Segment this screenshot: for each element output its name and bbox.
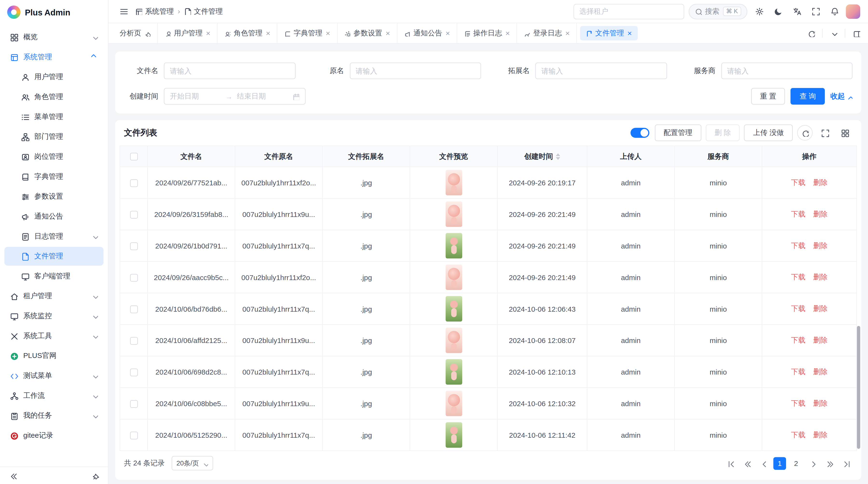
sort-icons[interactable] bbox=[556, 153, 560, 160]
reset-button[interactable]: 重 置 bbox=[751, 88, 785, 105]
tab-close-icon[interactable]: × bbox=[505, 29, 510, 37]
sidebar-item-log[interactable]: 日志管理 bbox=[4, 227, 103, 246]
query-button[interactable]: 查 询 bbox=[790, 88, 825, 105]
tab-close-icon[interactable]: × bbox=[266, 29, 270, 37]
tab-close-icon[interactable]: × bbox=[445, 29, 450, 37]
file-preview-image[interactable] bbox=[445, 422, 462, 448]
language-button[interactable] bbox=[789, 4, 804, 19]
notifications-button[interactable] bbox=[827, 4, 841, 19]
upload-button[interactable]: 上传 没做 bbox=[744, 125, 793, 141]
filename-input[interactable] bbox=[164, 62, 296, 79]
row-checkbox[interactable] bbox=[130, 242, 137, 250]
sidebar-item-role[interactable]: 角色管理 bbox=[4, 88, 103, 106]
tab-user[interactable]: 用户管理× bbox=[158, 23, 217, 43]
sidebar-pin-button[interactable] bbox=[88, 468, 102, 483]
next-fast-button[interactable] bbox=[823, 456, 836, 470]
table-fullscreen-button[interactable] bbox=[817, 125, 833, 140]
delete-link[interactable]: 删除 bbox=[813, 241, 828, 250]
tab-close-icon[interactable]: × bbox=[206, 29, 211, 37]
vertical-scrollbar[interactable] bbox=[857, 326, 860, 449]
origname-input[interactable] bbox=[350, 62, 481, 79]
collapse-filters-link[interactable]: 收起 bbox=[830, 91, 852, 101]
extension-input[interactable] bbox=[535, 62, 667, 79]
file-preview-image[interactable] bbox=[445, 170, 462, 195]
tab-menu-button[interactable] bbox=[827, 26, 841, 40]
col-header-createtime[interactable]: 创建时间 bbox=[497, 146, 587, 167]
sidebar-item-system[interactable]: 系统管理 bbox=[4, 47, 103, 66]
tab-close-icon[interactable]: × bbox=[385, 29, 390, 37]
delete-button[interactable]: 删 除 bbox=[706, 125, 740, 141]
first-page-button[interactable] bbox=[723, 456, 737, 470]
sidebar-item-plus-site[interactable]: PLUS官网 bbox=[4, 346, 103, 365]
delete-link[interactable]: 删除 bbox=[813, 399, 828, 407]
file-preview-image[interactable] bbox=[445, 328, 462, 353]
toggle-panel-button[interactable] bbox=[849, 26, 864, 40]
prev-page-button[interactable] bbox=[756, 456, 770, 470]
row-checkbox[interactable] bbox=[130, 179, 137, 187]
sidebar-collapse-button[interactable] bbox=[5, 468, 20, 483]
delete-link[interactable]: 删除 bbox=[813, 178, 828, 186]
delete-link[interactable]: 删除 bbox=[813, 210, 828, 218]
download-link[interactable]: 下载 bbox=[791, 336, 806, 344]
download-link[interactable]: 下载 bbox=[791, 241, 806, 250]
sidebar-item-menu[interactable]: 菜单管理 bbox=[4, 107, 103, 126]
row-checkbox[interactable] bbox=[130, 368, 137, 376]
tab-close-icon[interactable]: × bbox=[627, 29, 632, 37]
page-number-1[interactable]: 1 bbox=[773, 457, 786, 470]
file-preview-image[interactable] bbox=[445, 359, 462, 385]
tab-file[interactable]: 文件管理× bbox=[580, 26, 638, 40]
download-link[interactable]: 下载 bbox=[791, 430, 806, 439]
next-page-button[interactable] bbox=[806, 456, 819, 470]
tab-param[interactable]: 参数设置× bbox=[337, 23, 397, 43]
sidebar-item-overview[interactable]: 概览 bbox=[4, 28, 103, 46]
sidebar-item-monitor[interactable]: 系统监控 bbox=[4, 306, 103, 325]
sidebar-item-tasks[interactable]: 我的任务 bbox=[4, 406, 103, 425]
breadcrumb-item-system[interactable]: 系统管理 bbox=[135, 6, 174, 16]
file-preview-image[interactable] bbox=[445, 233, 462, 259]
sidebar-item-gitee[interactable]: gitee记录 bbox=[4, 426, 103, 445]
tenant-select[interactable]: 选择租户 bbox=[574, 4, 684, 19]
tab-login-log[interactable]: 登录日志× bbox=[517, 23, 577, 43]
row-checkbox[interactable] bbox=[130, 337, 137, 345]
sidebar-item-file[interactable]: 文件管理 bbox=[4, 247, 103, 266]
download-link[interactable]: 下载 bbox=[791, 178, 806, 186]
delete-link[interactable]: 删除 bbox=[813, 304, 828, 313]
sidebar-item-tenant[interactable]: 租户管理 bbox=[4, 287, 103, 305]
sidebar-item-workflow[interactable]: 工作流 bbox=[4, 386, 103, 405]
sidebar-item-notice[interactable]: 通知公告 bbox=[4, 207, 103, 226]
row-checkbox[interactable] bbox=[130, 211, 137, 218]
file-preview-image[interactable] bbox=[445, 296, 462, 322]
tab-analysis[interactable]: 分析页 bbox=[113, 23, 158, 43]
row-checkbox[interactable] bbox=[130, 305, 137, 313]
global-search[interactable]: 搜索 ⌘ K bbox=[688, 4, 747, 19]
file-preview-image[interactable] bbox=[445, 264, 462, 290]
fullscreen-button[interactable] bbox=[808, 4, 823, 19]
tab-role[interactable]: 角色管理× bbox=[218, 23, 278, 43]
row-checkbox[interactable] bbox=[130, 400, 137, 408]
row-checkbox[interactable] bbox=[130, 431, 137, 439]
prev-fast-button[interactable] bbox=[740, 456, 753, 470]
sidebar-item-dict[interactable]: 字典管理 bbox=[4, 167, 103, 186]
sidebar-item-dept[interactable]: 部门管理 bbox=[4, 127, 103, 146]
sidebar-item-post[interactable]: 岗位管理 bbox=[4, 147, 103, 166]
dark-mode-button[interactable] bbox=[771, 4, 785, 19]
download-link[interactable]: 下载 bbox=[791, 210, 806, 218]
pin-icon[interactable] bbox=[145, 30, 151, 36]
search-toggle-switch[interactable] bbox=[630, 128, 649, 138]
app-logo[interactable]: Plus Admin bbox=[0, 0, 108, 24]
sidebar-item-test[interactable]: 测试菜单 bbox=[4, 366, 103, 385]
sidebar-item-tools[interactable]: 系统工具 bbox=[4, 327, 103, 346]
tab-notice[interactable]: 通知公告× bbox=[397, 23, 457, 43]
download-link[interactable]: 下载 bbox=[791, 304, 806, 313]
page-size-select[interactable]: 20条/页 bbox=[172, 456, 213, 471]
tab-close-icon[interactable]: × bbox=[326, 29, 330, 37]
tab-close-icon[interactable]: × bbox=[565, 29, 570, 37]
file-preview-image[interactable] bbox=[445, 201, 462, 227]
sidebar-item-client[interactable]: 客户端管理 bbox=[4, 267, 103, 286]
sidebar-item-param[interactable]: 参数设置 bbox=[4, 187, 103, 206]
settings-button[interactable] bbox=[752, 4, 766, 19]
file-preview-image[interactable] bbox=[445, 391, 462, 416]
page-number-2[interactable]: 2 bbox=[789, 456, 803, 470]
download-link[interactable]: 下载 bbox=[791, 273, 806, 281]
tab-dict[interactable]: 字典管理× bbox=[278, 23, 337, 43]
